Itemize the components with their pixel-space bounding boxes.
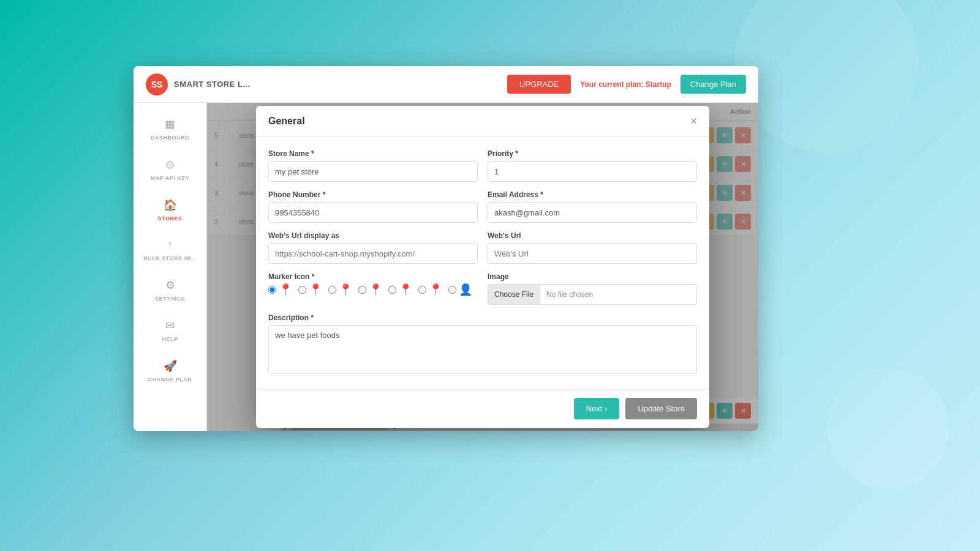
marker-radio-5[interactable] bbox=[388, 286, 396, 294]
marker-icon-group: Marker Icon * 📍 📍 bbox=[268, 272, 478, 305]
app-title: SMART STORE L... bbox=[174, 80, 251, 89]
email-input[interactable] bbox=[488, 202, 697, 223]
marker-option-7[interactable]: 👤 bbox=[448, 284, 472, 295]
phone-input[interactable] bbox=[268, 202, 478, 223]
map-api-icon: ⊙ bbox=[165, 158, 175, 171]
priority-label: Priority * bbox=[488, 149, 697, 158]
sidebar-item-help[interactable]: ✉ HELP bbox=[134, 310, 206, 351]
marker-radio-2[interactable] bbox=[298, 286, 306, 294]
marker-pin-2: 📍 bbox=[309, 284, 322, 295]
description-group: Description * we have pet foods bbox=[268, 313, 697, 377]
marker-option-3[interactable]: 📍 bbox=[328, 284, 352, 295]
sidebar-label-map-api: MAP API KEY bbox=[151, 175, 190, 181]
marker-radio-4[interactable] bbox=[358, 286, 366, 294]
marker-pin-3: 📍 bbox=[339, 284, 352, 295]
marker-radio-1[interactable] bbox=[268, 286, 276, 294]
form-row-1: Store Name * Priority * bbox=[268, 149, 697, 182]
form-row-2: Phone Number * Email Address * bbox=[268, 190, 697, 223]
sidebar-item-stores[interactable]: 🏠 STORES bbox=[134, 190, 206, 230]
settings-icon: ⚙ bbox=[165, 279, 175, 292]
web-url-display-input[interactable] bbox=[268, 243, 478, 264]
topbar: SS SMART STORE L... UPGRADE Your current… bbox=[134, 66, 758, 103]
change-plan-button[interactable]: Change Plan bbox=[680, 75, 746, 94]
modal-body: Store Name * Priority * Phone Numb bbox=[256, 137, 709, 389]
marker-option-4[interactable]: 📍 bbox=[358, 284, 382, 295]
current-plan-text: Your current plan: Startup bbox=[580, 80, 671, 89]
dashboard-icon: ▦ bbox=[165, 118, 175, 131]
marker-radio-7[interactable] bbox=[448, 286, 456, 294]
web-url-input[interactable] bbox=[488, 243, 697, 264]
sidebar-label-help: HELP bbox=[162, 336, 178, 342]
image-label: Image bbox=[488, 272, 697, 281]
form-row-3: Web's Url display as Web's Url bbox=[268, 231, 697, 264]
sidebar-item-bulk-store[interactable]: ↑ BULK STORE IM... bbox=[134, 230, 206, 270]
web-url-display-label: Web's Url display as bbox=[268, 231, 478, 240]
stores-icon: 🏠 bbox=[164, 198, 177, 212]
logo-text: SS bbox=[151, 80, 163, 89]
main-content: Action 5 store... Address... 2 📍 ✎ 👁 ✕ bbox=[207, 103, 758, 431]
phone-group: Phone Number * bbox=[268, 190, 478, 223]
sidebar-label-stores: STORES bbox=[158, 216, 183, 222]
file-input-wrapper: Choose File No file chosen bbox=[488, 284, 697, 305]
phone-label: Phone Number * bbox=[268, 190, 478, 199]
sidebar-item-change-plan[interactable]: 🚀 CHANGE PLAN bbox=[134, 351, 206, 391]
web-url-group: Web's Url bbox=[488, 231, 697, 264]
web-url-label: Web's Url bbox=[488, 231, 697, 240]
form-row-4: Marker Icon * 📍 📍 bbox=[268, 272, 697, 305]
sidebar-item-dashboard[interactable]: ▦ DASHBOARD bbox=[134, 109, 206, 149]
description-textarea[interactable]: we have pet foods bbox=[268, 325, 697, 374]
help-icon: ✉ bbox=[165, 319, 175, 332]
marker-option-1[interactable]: 📍 bbox=[268, 284, 292, 295]
sidebar-label-dashboard: DASHBOARD bbox=[151, 135, 189, 141]
store-name-input[interactable] bbox=[268, 161, 478, 182]
email-group: Email Address * bbox=[488, 190, 697, 223]
logo-icon: SS bbox=[146, 73, 168, 96]
modal-overlay: General × Store Name * Priority * bbox=[207, 103, 758, 431]
modal-close-button[interactable]: × bbox=[690, 116, 697, 127]
priority-input[interactable] bbox=[488, 161, 697, 182]
marker-pin-7: 👤 bbox=[459, 284, 472, 295]
image-group: Image Choose File No file chosen bbox=[488, 272, 697, 305]
sidebar: ▦ DASHBOARD ⊙ MAP API KEY 🏠 STORES ↑ BUL… bbox=[134, 103, 207, 431]
store-name-label: Store Name * bbox=[268, 149, 478, 158]
sidebar-label-change-plan: CHANGE PLAN bbox=[148, 377, 192, 383]
marker-icon-label: Marker Icon * bbox=[268, 272, 478, 281]
choose-file-button[interactable]: Choose File bbox=[488, 285, 540, 304]
modal-header: General × bbox=[256, 106, 709, 137]
sidebar-item-settings[interactable]: ⚙ SETTINGS bbox=[134, 270, 206, 310]
modal-title: General bbox=[268, 116, 305, 127]
marker-pin-1: 📍 bbox=[279, 284, 292, 295]
app-window: SS SMART STORE L... UPGRADE Your current… bbox=[134, 66, 758, 431]
priority-group: Priority * bbox=[488, 149, 697, 182]
description-label: Description * bbox=[268, 313, 697, 322]
logo-area: SS SMART STORE L... bbox=[146, 73, 251, 96]
sidebar-label-settings: SETTINGS bbox=[155, 296, 185, 302]
no-file-text: No file chosen bbox=[540, 290, 599, 299]
marker-pin-5: 📍 bbox=[399, 284, 412, 295]
marker-option-2[interactable]: 📍 bbox=[298, 284, 322, 295]
topbar-right: UPGRADE Your current plan: Startup Chang… bbox=[507, 75, 746, 94]
marker-radio-3[interactable] bbox=[328, 286, 336, 294]
email-label: Email Address * bbox=[488, 190, 697, 199]
modal-footer: Next › Update Store bbox=[256, 389, 709, 428]
marker-option-6[interactable]: 📍 bbox=[418, 284, 442, 295]
marker-radio-6[interactable] bbox=[418, 286, 426, 294]
sidebar-item-map-api-key[interactable]: ⊙ MAP API KEY bbox=[134, 149, 206, 190]
marker-pin-4: 📍 bbox=[369, 284, 382, 295]
marker-pin-6: 📍 bbox=[429, 284, 442, 295]
general-modal: General × Store Name * Priority * bbox=[256, 106, 709, 428]
sidebar-label-bulk-store: BULK STORE IM... bbox=[143, 255, 196, 261]
bulk-store-icon: ↑ bbox=[167, 239, 173, 252]
update-store-button[interactable]: Update Store bbox=[625, 398, 697, 419]
app-body: ▦ DASHBOARD ⊙ MAP API KEY 🏠 STORES ↑ BUL… bbox=[134, 103, 758, 431]
upgrade-button[interactable]: UPGRADE bbox=[507, 75, 571, 94]
store-name-group: Store Name * bbox=[268, 149, 478, 182]
next-button[interactable]: Next › bbox=[574, 398, 620, 419]
web-url-display-group: Web's Url display as bbox=[268, 231, 478, 264]
marker-options-row: 📍 📍 📍 bbox=[268, 284, 478, 295]
change-plan-icon: 🚀 bbox=[164, 359, 177, 373]
marker-option-5[interactable]: 📍 bbox=[388, 284, 412, 295]
